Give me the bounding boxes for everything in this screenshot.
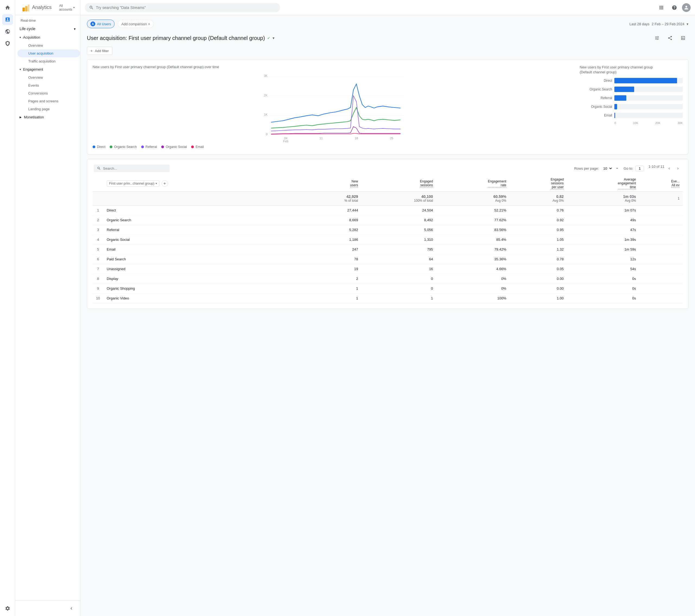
totals-engaged-per-user: 0.82 Avg 0% — [510, 192, 567, 206]
app-logo[interactable]: Analytics — [19, 4, 54, 12]
add-comparison-btn[interactable]: Add comparison + — [118, 20, 154, 28]
reports-icon[interactable] — [2, 14, 13, 25]
dimension-selector[interactable]: First user prim...channel group) ▾ — [107, 180, 159, 187]
sidebar-realtime-label: Real-time — [21, 18, 36, 22]
bar-label-organic-social: Organic Social — [580, 105, 612, 108]
bar-track-organic-search — [614, 87, 683, 92]
table-row: 8 Display 2 0 0% 0.00 0s — [92, 274, 683, 284]
th-engaged-per-user[interactable]: Engagedsessionsper user — [510, 175, 567, 192]
share-icon[interactable] — [665, 33, 676, 44]
bar-label-email: Email — [580, 114, 612, 117]
cell-dimension: Email — [103, 245, 302, 254]
th-engagement-rate[interactable]: Engagementrate — [436, 175, 510, 192]
home-icon[interactable] — [2, 2, 13, 13]
table-row: 6 Paid Search 78 64 35.36% 0.78 12s — [92, 254, 683, 264]
add-dimension-btn[interactable]: + — [162, 180, 168, 187]
data-table: First user prim...channel group) ▾ + New… — [92, 175, 683, 303]
bar-label-referral: Referral — [580, 96, 612, 100]
cell-dimension: Referral — [103, 225, 302, 235]
table-search[interactable] — [94, 165, 170, 172]
table-search-input[interactable] — [103, 167, 166, 171]
report-title-bar: User acquisition: First user primary cha… — [87, 33, 689, 44]
sidebar-item-user-acquisition[interactable]: User acquisition — [17, 49, 80, 57]
sidebar-section-acquisition[interactable]: ▾ Acquisition — [17, 33, 80, 41]
page-input[interactable] — [635, 166, 644, 171]
cell-avg-engagement: 0s — [567, 284, 639, 293]
sidebar-item-realtime[interactable]: Real-time — [15, 15, 80, 24]
cell-engaged-per-user: 0.78 — [510, 254, 567, 264]
table-row: 2 Organic Search 8,669 8,492 77.62% 0.92… — [92, 215, 683, 225]
cell-avg-engagement: 49s — [567, 215, 639, 225]
cell-rank: 3 — [92, 225, 103, 235]
sidebar-item-landing-page[interactable]: Landing page — [17, 105, 80, 113]
grid-icon[interactable] — [656, 2, 667, 13]
search-bar[interactable] — [85, 3, 280, 12]
line-chart-svg: 3K 2K 1K 0 04 Fe — [92, 72, 573, 143]
insights-icon[interactable] — [678, 33, 689, 44]
svg-text:1K: 1K — [264, 113, 268, 116]
sidebar-item-conversions[interactable]: Conversions — [17, 89, 80, 97]
add-filter-btn[interactable]: + Add filter — [87, 47, 113, 55]
sidebar-item-overview-eng[interactable]: Overview — [17, 73, 80, 82]
report-dropdown-icon[interactable]: ▾ — [273, 36, 274, 40]
cell-engagement-rate: 77.62% — [436, 215, 510, 225]
sidebar-section-lifecycle[interactable]: Life cycle ▾ — [15, 24, 80, 33]
account-selector[interactable]: All accounts ▾ — [57, 3, 77, 13]
bar-track-direct — [614, 78, 683, 83]
line-chart-section: New users by First user primary channel … — [92, 65, 573, 149]
th-dimension[interactable]: First user prim...channel group) ▾ + — [103, 175, 302, 192]
advertising-icon[interactable] — [2, 38, 13, 49]
sidebar-item-pages-screens[interactable]: Pages and screens — [17, 97, 80, 105]
avatar[interactable] — [682, 3, 691, 12]
sidebar-item-overview-acq[interactable]: Overview — [17, 41, 80, 49]
th-events[interactable]: Eve...All ev — [639, 175, 683, 192]
cell-avg-engagement: 0s — [567, 293, 639, 303]
cell-engaged-sessions: 1 — [361, 293, 436, 303]
svg-text:2K: 2K — [264, 94, 268, 97]
chevron-down-icon: ▾ — [19, 68, 21, 71]
rows-per-page-select[interactable]: 10 25 50 — [601, 166, 613, 171]
prev-page-btn[interactable]: ‹ — [665, 165, 673, 172]
sidebar-engagement-label: Engagement — [23, 67, 43, 71]
date-range-selector[interactable]: Last 28 days 2 Feb – 29 Feb 2024 ▾ — [630, 22, 689, 26]
cell-dimension: Organic Social — [103, 235, 302, 245]
cell-rank: 8 — [92, 274, 103, 284]
th-engaged-sessions[interactable]: Engagedsessions — [361, 175, 436, 192]
sidebar-item-traffic-acquisition[interactable]: Traffic acquisition — [17, 57, 80, 65]
th-new-users[interactable]: Newusers — [302, 175, 361, 192]
next-page-btn[interactable]: › — [674, 165, 682, 172]
totals-events: 1 — [639, 192, 683, 206]
th-avg-engagement[interactable]: Averageengagementtime — [567, 175, 639, 192]
chevron-down-icon: ▾ — [73, 6, 75, 9]
cell-events — [639, 215, 683, 225]
collapse-sidebar-btn[interactable] — [66, 603, 77, 614]
chevron-right-icon: ▶ — [19, 116, 22, 119]
sidebar-monetisation-label: Monetisation — [24, 115, 44, 119]
explore-icon[interactable] — [2, 26, 13, 37]
cell-dimension: Direct — [103, 206, 302, 215]
bar-row-referral: Referral — [580, 95, 683, 101]
chevron-up-icon: ▾ — [74, 27, 76, 31]
cell-events — [639, 245, 683, 254]
table-controls: Rows per page: 10 25 50 Go to: 1-10 of — [92, 165, 683, 172]
search-icon — [89, 5, 94, 10]
page-nav: 1-10 of 11 ‹ › — [648, 165, 682, 172]
help-icon[interactable] — [669, 2, 680, 13]
sidebar-section-monetisation[interactable]: ▶ Monetisation — [17, 113, 80, 121]
svg-rect-0 — [22, 7, 25, 12]
table-row: 1 Direct 27,444 24,504 52.21% 0.76 1m 07… — [92, 206, 683, 215]
cell-rank: 10 — [92, 293, 103, 303]
svg-text:3K: 3K — [264, 74, 268, 78]
customize-icon[interactable] — [651, 33, 662, 44]
all-users-chip[interactable]: A All Users — [87, 19, 115, 28]
settings-icon[interactable] — [2, 603, 13, 614]
cell-new-users: 1 — [302, 284, 361, 293]
sidebar-item-events[interactable]: Events — [17, 82, 80, 89]
bar-track-email — [614, 113, 683, 118]
search-input[interactable] — [96, 5, 276, 10]
cell-engaged-sessions: 24,504 — [361, 206, 436, 215]
bar-track-organic-social — [614, 104, 683, 109]
legend-dot-referral — [141, 146, 144, 148]
bar-fill-email — [614, 113, 615, 118]
sidebar-section-engagement[interactable]: ▾ Engagement — [17, 65, 80, 73]
